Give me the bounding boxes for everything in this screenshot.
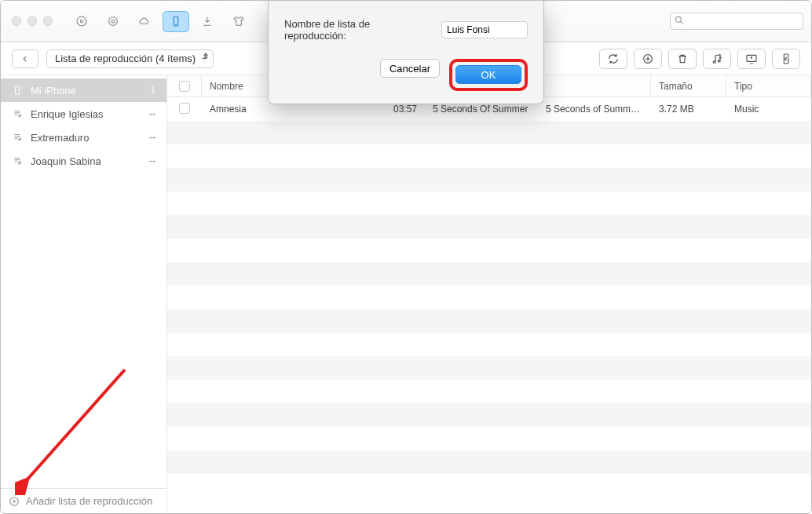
traffic-close[interactable]	[12, 16, 21, 26]
table-row-empty	[167, 121, 811, 144]
sidebar-item[interactable]: Enrique Iglesias--	[1, 102, 166, 126]
sidebar-item-count: 1	[150, 85, 155, 96]
plus-circle-icon	[9, 496, 20, 507]
sidebar-item-count: --	[149, 132, 155, 143]
table-row-empty	[167, 286, 811, 309]
svg-point-6	[675, 16, 681, 22]
table-row-empty	[167, 474, 811, 498]
cell-name: Amnesia	[202, 104, 348, 115]
svg-rect-16	[16, 86, 20, 95]
table-row-empty	[167, 215, 811, 239]
table-row-empty	[167, 239, 811, 262]
search-field[interactable]	[670, 13, 803, 30]
ok-highlight-annotation: OK	[449, 59, 528, 91]
svg-line-7	[680, 21, 682, 24]
svg-point-3	[112, 20, 115, 23]
sidebar-item[interactable]: Mi iPhone1	[1, 78, 166, 102]
header-album[interactable]	[538, 75, 651, 97]
dialog-label: Nombre de lista de reproducción:	[284, 18, 433, 42]
table-row-empty	[167, 356, 811, 380]
sidebar: Mi iPhone1Enrique Iglesias--Extremaduro-…	[1, 75, 167, 513]
table-row-empty	[167, 450, 811, 474]
download-icon[interactable]	[194, 11, 221, 32]
playlist-dropdown[interactable]: Lista de reproducción (4 ítems)	[46, 49, 214, 68]
back-button[interactable]	[12, 49, 38, 68]
search-input[interactable]	[670, 13, 803, 30]
search-icon	[674, 15, 685, 26]
sidebar-item-count: --	[149, 155, 155, 166]
to-itunes-button[interactable]	[703, 49, 731, 69]
playlist-dropdown-label: Lista de reproducción (4 ítems)	[55, 53, 196, 64]
traffic-max[interactable]	[43, 16, 53, 26]
table-row-empty	[167, 403, 811, 427]
content: Nombre Tamaño Tipo Amnesia03:575 Seconds…	[167, 75, 811, 513]
window-traffic-lights	[12, 16, 53, 26]
playlist-name-dialog: Nombre de lista de reproducción: Cancela…	[268, 1, 544, 104]
svg-point-1	[80, 20, 82, 22]
tshirt-icon[interactable]	[225, 11, 252, 32]
row-checkbox[interactable]	[179, 103, 190, 114]
add-playlist-button[interactable]: Añadir lista de reproducción	[1, 488, 166, 513]
ok-button[interactable]: OK	[455, 65, 521, 84]
sidebar-item[interactable]: Extremaduro--	[1, 126, 166, 149]
playlist-name-input[interactable]	[441, 21, 528, 38]
main-area: Mi iPhone1Enrique Iglesias--Extremaduro-…	[1, 75, 811, 513]
traffic-min[interactable]	[27, 16, 37, 26]
sidebar-item-label: Joaquin Sabina	[31, 155, 101, 167]
add-playlist-label: Añadir lista de reproducción	[26, 495, 152, 507]
table-row-empty	[167, 144, 811, 168]
sidebar-item-count: --	[149, 108, 155, 119]
refresh-button[interactable]	[599, 49, 627, 69]
cell-size: 3.72 MB	[651, 104, 726, 115]
to-pc-button[interactable]	[737, 49, 766, 69]
table-row-empty	[167, 333, 811, 356]
music-disc-icon[interactable]	[68, 11, 95, 32]
table-row-empty	[167, 168, 811, 191]
svg-point-0	[77, 16, 86, 26]
table-row-empty	[167, 380, 811, 403]
header-size[interactable]: Tamaño	[651, 75, 726, 97]
header-checkbox[interactable]	[167, 75, 202, 97]
cell-type: Music	[726, 104, 811, 115]
sidebar-item[interactable]: Joaquin Sabina--	[1, 149, 166, 173]
sidebar-item-label: Mi iPhone	[31, 85, 76, 97]
header-type[interactable]: Tipo	[726, 75, 811, 97]
cell-artist: 5 Seconds Of Summer	[425, 104, 538, 115]
cancel-button[interactable]: Cancelar	[380, 59, 440, 78]
cell-album: 5 Seconds of Summer (De...	[538, 104, 651, 115]
table-row-empty	[167, 309, 811, 333]
sidebar-item-label: Enrique Iglesias	[31, 108, 104, 120]
svg-point-2	[109, 17, 118, 26]
cloud-icon[interactable]	[131, 11, 158, 32]
cell-duration: 03:57	[348, 104, 425, 115]
to-device-button[interactable]	[772, 49, 800, 69]
sidebar-item-label: Extremaduro	[31, 132, 89, 144]
delete-button[interactable]	[668, 49, 697, 69]
target-icon[interactable]	[100, 11, 126, 32]
svg-point-11	[713, 60, 715, 63]
table-row-empty	[167, 262, 811, 286]
add-button[interactable]	[634, 49, 662, 69]
table-row-empty	[167, 427, 811, 450]
table-row-empty	[167, 191, 811, 215]
device-icon[interactable]	[163, 11, 189, 32]
svg-point-12	[718, 60, 720, 62]
